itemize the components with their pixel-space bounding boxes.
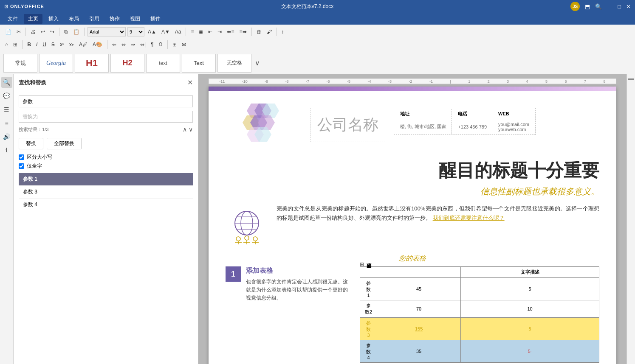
font-case-button[interactable]: Aa	[173, 28, 183, 36]
menu-view[interactable]: 视图	[126, 14, 144, 24]
company-info: 公司名称 地址 电话 WEB 楼, 街, 城市/地区, 国家 +123 456 …	[310, 108, 599, 142]
logo-area	[226, 99, 310, 150]
style-text2[interactable]: Text	[182, 54, 216, 73]
menu-file[interactable]: 文件	[3, 14, 22, 24]
account-button[interactable]: JS	[570, 2, 580, 11]
menu-home[interactable]: 主页	[24, 14, 42, 24]
subscript-button[interactable]: x₂	[68, 41, 76, 48]
style-georgia[interactable]: Georgia	[39, 54, 73, 73]
line-spacing-button[interactable]: ↕	[280, 28, 286, 36]
case-sensitive-row: 区分大小写	[19, 154, 193, 161]
search-input[interactable]	[19, 95, 193, 107]
document-area[interactable]: -11-10-9-8-7 -6-5-4-3-2 -1|123 45678	[198, 74, 627, 364]
paste-button[interactable]: 📋	[71, 28, 81, 36]
search-sidebar-icon[interactable]: 🔍	[1, 77, 12, 88]
maximize-button[interactable]: □	[618, 2, 621, 11]
ruler: -11-10-9-8-7 -6-5-4-3-2 -1|123 45678	[209, 78, 616, 84]
replace-button[interactable]: 替换	[19, 138, 43, 149]
print-button[interactable]: 🖨	[29, 28, 37, 36]
font-color-button[interactable]: A🎨	[91, 41, 104, 48]
search-button[interactable]: 🔍	[595, 2, 602, 11]
indent-increase-button[interactable]: ⇥	[216, 28, 223, 36]
web-value1: you@mail.com	[498, 122, 529, 127]
pilcrow-button[interactable]: ¶	[149, 41, 155, 48]
table-row: 参数2 70 10	[360, 300, 599, 318]
new-button[interactable]: 📄	[3, 28, 13, 36]
add-heading: 添加表格	[246, 266, 348, 275]
plugins-sidebar-icon[interactable]: ☰	[1, 104, 12, 115]
format-painter-button[interactable]: 🖌	[265, 28, 274, 36]
menu-insert[interactable]: 插入	[44, 14, 63, 24]
home-button[interactable]: ⌂	[3, 41, 10, 48]
whole-word-checkbox[interactable]	[19, 163, 24, 169]
undo-button[interactable]: ↩	[39, 28, 47, 36]
font-name-select[interactable]: Arial	[87, 27, 126, 36]
phone-label: 电话	[453, 109, 492, 119]
format-button[interactable]: ⊞	[11, 41, 19, 48]
titlebar: ⊡ ONLYOFFICE 文本文档范本v7.2.docx JS ⬒ 🔍 — □ …	[0, 0, 635, 13]
style-normal[interactable]: 常规	[3, 54, 37, 73]
minimize-button[interactable]: —	[607, 2, 612, 11]
replace-input[interactable]	[19, 111, 193, 123]
address-label: 地址	[395, 109, 452, 119]
nav-prev-button[interactable]: ∧	[183, 126, 187, 133]
replace-all-button[interactable]: 全部替换	[47, 138, 82, 149]
data-table: 矩形形状 文字描述 参数 1 45 5	[360, 266, 599, 363]
style-nospace[interactable]: 无空格	[217, 54, 251, 73]
font-size-select[interactable]: 9	[127, 27, 144, 36]
info-sidebar-icon[interactable]: ℹ	[1, 145, 12, 156]
italic-button[interactable]: I	[34, 41, 39, 48]
menu-layout[interactable]: 布局	[65, 14, 83, 24]
strikethrough-button[interactable]: S̶	[50, 41, 56, 48]
case-sensitive-checkbox[interactable]	[19, 154, 24, 160]
menu-plugins[interactable]: 插件	[146, 14, 165, 24]
result-item-1[interactable]: 参数 3	[19, 186, 193, 199]
sep-r2-1	[22, 40, 23, 49]
separator2	[59, 28, 59, 36]
cut-button[interactable]: ✂	[15, 28, 23, 36]
nav-next-button[interactable]: ∨	[189, 126, 193, 133]
style-h2[interactable]: H2	[110, 54, 144, 73]
menu-collaboration[interactable]: 协作	[105, 14, 124, 24]
bold-button[interactable]: B	[25, 41, 33, 48]
align-left-button[interactable]: ⇐	[110, 41, 118, 48]
special-symbols-button[interactable]: Ω	[157, 41, 164, 48]
indent-decrease-button[interactable]: ⇤	[206, 28, 214, 36]
list-ordered-button[interactable]: ≣	[197, 28, 205, 36]
superscript-button[interactable]: x²	[58, 41, 66, 48]
close-button[interactable]: ✕	[626, 2, 631, 11]
outdent-button[interactable]: ⬅≡	[225, 28, 236, 36]
headings-sidebar-icon[interactable]: ≡	[1, 118, 12, 129]
decrease-font-button[interactable]: A▼	[160, 28, 172, 36]
style-h1[interactable]: H1	[75, 54, 109, 73]
titlebar-controls: JS ⬒ 🔍 — □ ✕	[570, 2, 631, 11]
mail-merge-button[interactable]: ✉	[180, 41, 188, 48]
style-text[interactable]: text	[146, 54, 180, 73]
insert-table-button[interactable]: ⊞	[171, 41, 178, 48]
menu-references[interactable]: 引用	[85, 14, 104, 24]
styles-scroll-down[interactable]: ∨	[253, 59, 262, 67]
main-area: 🔍 💬 ☰ ≡ 🔊 ℹ 查找和替换 ✕ 搜索结果：1/3 ∧ ∨ 替换 全部替换	[0, 74, 635, 364]
data-table-wrapper: ⊞ 矩形形状 文字描述 参数 1	[360, 266, 599, 363]
save-to-desktop-button[interactable]: ⬒	[585, 2, 590, 11]
body-link[interactable]: 我们到底还需要注意什么呢？	[433, 215, 505, 221]
comments-sidebar-icon[interactable]: 💬	[1, 90, 12, 101]
audio-sidebar-icon[interactable]: 🔊	[1, 131, 12, 142]
increase-font-button[interactable]: A▲	[146, 28, 158, 36]
find-close-button[interactable]: ✕	[187, 78, 193, 87]
logo-svg	[226, 99, 306, 150]
redo-button[interactable]: ↪	[48, 28, 56, 36]
list-unordered-button[interactable]: ≡	[189, 28, 195, 36]
copy-button[interactable]: ⧉	[62, 28, 70, 36]
result-item-2[interactable]: 参数 4	[19, 199, 193, 211]
separator4	[186, 28, 186, 36]
highlight-color-button[interactable]: A🖊	[77, 41, 89, 48]
align-right-button[interactable]: ⇒	[129, 41, 137, 48]
justify-button[interactable]: ⇔|	[138, 41, 147, 48]
underline-button[interactable]: U	[41, 41, 48, 48]
indent-button[interactable]: ≡➡	[238, 28, 248, 36]
row-col1-3: 35	[377, 340, 461, 363]
clear-format-button[interactable]: 🗑	[255, 28, 263, 36]
result-item-0[interactable]: 参数 1	[19, 173, 193, 186]
align-center-button[interactable]: ⇔	[120, 41, 127, 48]
